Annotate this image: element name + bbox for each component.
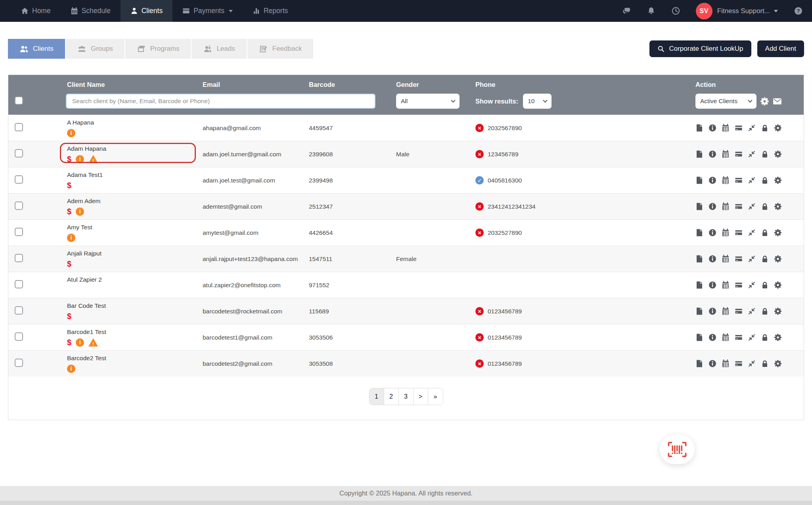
calendar-icon[interactable] <box>722 333 730 342</box>
payment-card-icon[interactable] <box>735 359 743 368</box>
calendar-icon[interactable] <box>722 176 730 184</box>
payment-card-icon[interactable] <box>735 307 743 315</box>
tab-groups[interactable]: Groups <box>66 39 124 59</box>
settings-icon[interactable] <box>774 176 782 184</box>
payment-card-icon[interactable] <box>735 333 743 342</box>
notes-icon[interactable] <box>695 228 703 237</box>
select-all-checkbox[interactable] <box>15 96 23 105</box>
calendar-icon[interactable] <box>722 124 730 132</box>
notes-icon[interactable] <box>695 359 703 368</box>
lock-icon[interactable] <box>761 307 769 315</box>
settings-icon[interactable] <box>774 359 782 368</box>
compress-icon[interactable] <box>748 307 756 315</box>
info-circle-icon[interactable] <box>709 228 716 237</box>
client-name[interactable]: Adem Adem <box>67 197 200 205</box>
barcode-scanner-button[interactable] <box>660 435 695 464</box>
nav-item-payments[interactable]: Payments <box>172 0 243 22</box>
calendar-icon[interactable] <box>722 255 730 263</box>
page-button-last[interactable]: » <box>428 388 443 405</box>
client-name[interactable]: Anjali Rajput <box>67 250 200 257</box>
row-checkbox[interactable] <box>15 175 23 184</box>
compress-icon[interactable] <box>748 228 756 237</box>
compress-icon[interactable] <box>748 150 756 158</box>
calendar-icon[interactable] <box>722 150 730 158</box>
messages-icon[interactable] <box>622 7 631 15</box>
compress-icon[interactable] <box>748 176 756 184</box>
dollar-icon[interactable]: $ <box>67 207 71 216</box>
corporate-client-lookup-button[interactable]: Corporate Client LookUp <box>649 40 751 57</box>
lock-icon[interactable] <box>761 359 769 368</box>
page-button-3[interactable]: 3 <box>399 388 414 405</box>
dollar-icon[interactable]: $ <box>67 338 71 347</box>
tab-feedback[interactable]: Feedback <box>247 39 314 59</box>
lock-icon[interactable] <box>761 281 769 289</box>
show-results-select[interactable]: 10 <box>523 94 552 109</box>
settings-icon[interactable] <box>774 202 782 211</box>
notes-icon[interactable] <box>695 307 703 315</box>
client-name[interactable]: A Hapana <box>67 119 200 127</box>
payment-card-icon[interactable] <box>735 150 743 158</box>
row-checkbox[interactable] <box>15 306 23 315</box>
settings-icon[interactable] <box>774 255 782 263</box>
row-checkbox[interactable] <box>15 332 23 341</box>
lock-icon[interactable] <box>761 228 769 237</box>
notes-icon[interactable] <box>695 255 703 263</box>
settings-icon[interactable] <box>774 150 782 158</box>
lock-icon[interactable] <box>761 333 769 342</box>
search-input[interactable] <box>66 94 375 109</box>
compress-icon[interactable] <box>748 359 756 368</box>
info-icon[interactable]: i <box>76 338 84 347</box>
nav-item-home[interactable]: Home <box>11 0 61 22</box>
settings-gear-icon[interactable] <box>760 97 769 106</box>
dollar-icon[interactable]: $ <box>67 181 71 190</box>
history-clock-icon[interactable] <box>672 7 680 15</box>
email-envelope-icon[interactable] <box>773 97 782 106</box>
info-icon[interactable]: i <box>67 365 75 373</box>
compress-icon[interactable] <box>748 333 756 342</box>
payment-card-icon[interactable] <box>735 255 743 263</box>
nav-item-reports[interactable]: Reports <box>243 0 298 22</box>
row-checkbox[interactable] <box>15 254 23 262</box>
add-client-button[interactable]: Add Client <box>757 40 804 57</box>
info-circle-icon[interactable] <box>709 255 716 263</box>
info-circle-icon[interactable] <box>709 359 716 368</box>
notes-icon[interactable] <box>695 124 703 132</box>
lock-icon[interactable] <box>761 150 769 158</box>
client-name[interactable]: Bar Code Test <box>67 302 200 310</box>
notes-icon[interactable] <box>695 150 703 158</box>
lock-icon[interactable] <box>761 176 769 184</box>
client-name[interactable]: Amy Test <box>67 223 200 231</box>
info-circle-icon[interactable] <box>709 333 716 342</box>
info-icon[interactable]: i <box>76 155 84 163</box>
dollar-icon[interactable]: $ <box>67 259 71 268</box>
info-icon[interactable]: i <box>67 234 75 242</box>
compress-icon[interactable] <box>748 124 756 132</box>
tab-programs[interactable]: Programs <box>125 39 191 59</box>
calendar-icon[interactable] <box>722 202 730 211</box>
info-circle-icon[interactable] <box>709 307 716 315</box>
notes-icon[interactable] <box>695 202 703 211</box>
page-button-next[interactable]: > <box>414 388 428 405</box>
info-circle-icon[interactable] <box>709 124 716 132</box>
dollar-icon[interactable]: $ <box>67 312 71 321</box>
settings-icon[interactable] <box>774 281 782 289</box>
settings-icon[interactable] <box>774 124 782 132</box>
notes-icon[interactable] <box>695 176 703 184</box>
warning-icon[interactable]: ! <box>88 338 98 347</box>
compress-icon[interactable] <box>748 281 756 289</box>
info-circle-icon[interactable] <box>709 150 716 158</box>
notifications-bell-icon[interactable] <box>647 7 655 15</box>
client-name[interactable]: Atul Zapier 2 <box>67 276 200 284</box>
notes-icon[interactable] <box>695 333 703 342</box>
payment-card-icon[interactable] <box>735 176 743 184</box>
client-name[interactable]: Adama Test1 <box>67 171 200 179</box>
payment-card-icon[interactable] <box>735 228 743 237</box>
info-icon[interactable]: i <box>76 207 84 216</box>
row-checkbox[interactable] <box>15 123 23 131</box>
page-button-1[interactable]: 1 <box>370 388 384 405</box>
dollar-icon[interactable]: $ <box>67 155 71 163</box>
settings-icon[interactable] <box>774 228 782 237</box>
account-name[interactable]: Fitness Support... <box>717 7 770 15</box>
avatar[interactable]: SV <box>696 3 712 19</box>
help-icon[interactable]: ? <box>794 7 802 15</box>
